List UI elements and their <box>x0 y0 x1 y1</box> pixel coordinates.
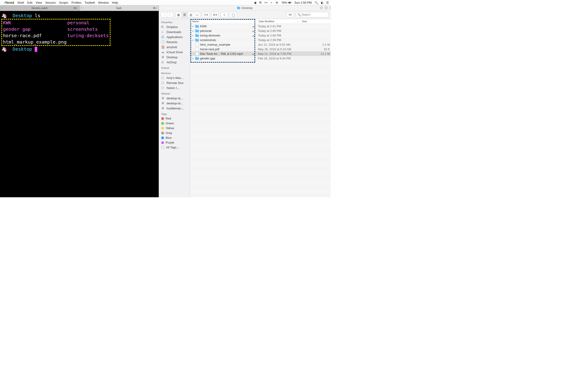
file-row[interactable]: html_markup_exampleJun 13, 2019 at 9:03 … <box>190 42 331 47</box>
share-button[interactable]: ⇪ <box>221 12 228 17</box>
svg-rect-14 <box>196 48 199 51</box>
sidebar-item-label: Green <box>166 122 174 125</box>
sidebar-hdr-devices: Devices <box>159 70 190 75</box>
iterm-tab-fsevent[interactable]: × fsevent_watch ⌘1 <box>0 5 79 11</box>
menu-window[interactable]: Window <box>98 1 109 4</box>
empty-row <box>190 125 331 129</box>
iterm-tab-bash[interactable]: × bash ⌘2 <box>79 5 159 11</box>
col-size[interactable]: Size <box>300 20 331 23</box>
svg-rect-12 <box>195 39 197 40</box>
folder-icon <box>195 24 199 28</box>
sidebar-item[interactable]: ▢Notion I… <box>159 85 190 90</box>
iterm-window: × fsevent_watch ⌘1 × bash ⌘2 🦄 Desktop l… <box>0 5 159 197</box>
menu-scripts[interactable]: Scripts <box>59 1 68 4</box>
status-dropbox-icon[interactable]: ⧉ <box>259 1 261 4</box>
traffic-lights[interactable] <box>320 6 331 9</box>
view-icons-button[interactable]: ▦ <box>175 12 182 17</box>
tag-dot-icon <box>161 127 164 130</box>
action-button[interactable]: ⚙▾ <box>211 12 219 17</box>
menu-shell[interactable]: Shell <box>17 1 24 4</box>
close-icon[interactable]: × <box>1 5 3 11</box>
menu-help[interactable]: Help <box>112 1 118 4</box>
sidebar-tag[interactable]: All Tags… <box>159 145 190 150</box>
sidebar-item-label: Notion I… <box>166 86 180 90</box>
menubar-app-name[interactable]: iTerm2 <box>5 1 14 4</box>
menu-session[interactable]: Session <box>45 1 56 4</box>
sidebar-item[interactable]: 🖥huddlemac… <box>159 106 190 111</box>
status-glasses-icon[interactable]: 👓 <box>264 1 268 4</box>
file-row[interactable]: ▸gender gapFeb 18, 2019 at 8:34 PM <box>190 56 331 60</box>
col-name[interactable]: Name <box>190 20 257 23</box>
file-row[interactable]: Dev Tools for…TML & CSS.mp4☁May 21, 2019… <box>190 51 331 56</box>
prompt-path: Desktop <box>13 46 32 52</box>
sidebar-tag[interactable]: Red <box>159 116 190 121</box>
forward-button[interactable]: 〉 <box>167 12 173 17</box>
sidebar-item[interactable]: ⒶApplications <box>159 34 190 40</box>
status-siri-icon[interactable]: ◐ <box>321 1 323 4</box>
sidebar-item[interactable]: ⤓Downloads <box>159 29 190 34</box>
sidebar-tag[interactable]: Green <box>159 121 190 126</box>
status-clock[interactable]: Sun 2:50 PM <box>294 1 312 4</box>
file-row[interactable]: ▸screenshotsToday at 2:39 PM <box>190 38 331 42</box>
empty-row <box>190 79 331 83</box>
finder-sidebar: Favorites ⧉Dropbox⤓DownloadsⒶApplication… <box>159 19 190 197</box>
status-spotlight-icon[interactable]: 🔍 <box>314 1 318 4</box>
finder-toolbar: 〈 〉 ▦ ☰ ▥ ▭ ☷▾ ⚙▾ ⇪ ◯ ⧉▾ 🔍 <box>159 10 331 19</box>
close-icon[interactable]: × <box>81 5 82 11</box>
sidebar-item[interactable]: ⧉Dropbox <box>159 24 190 29</box>
sidebar-item[interactable]: ▢Amy's Mac… <box>159 75 190 80</box>
search-input[interactable] <box>301 13 323 17</box>
sidebar-item-label: Purple <box>166 141 174 144</box>
sidebar-hdr-shared: Shared <box>159 90 190 96</box>
dropbox-button[interactable]: ⧉▾ <box>287 12 294 17</box>
sidebar-item[interactable]: ▢Remote Disc <box>159 80 190 85</box>
sidebar-item-label: Downloads <box>166 30 181 34</box>
sidebar-item[interactable]: 🖥desktop-4j… <box>159 96 190 101</box>
view-list-button[interactable]: ☰ <box>182 12 188 17</box>
view-gallery-button[interactable]: ▭ <box>194 12 200 17</box>
file-row[interactable]: ▸personal☁Today at 2:40 PM <box>190 28 331 33</box>
sidebar-item[interactable]: 🏠amyholt <box>159 44 190 50</box>
disclosure-icon[interactable]: ▸ <box>192 57 194 60</box>
view-columns-button[interactable]: ▥ <box>188 12 194 17</box>
sidebar-tag[interactable]: Blue <box>159 135 190 140</box>
menu-view[interactable]: View <box>36 1 42 4</box>
status-notification-icon[interactable]: ☰ <box>326 1 329 4</box>
sidebar-tag[interactable]: Gray <box>159 131 190 135</box>
sidebar-tag[interactable]: Yellow <box>159 126 190 131</box>
status-battery[interactable]: 78% <box>281 1 292 4</box>
sidebar-item[interactable]: 🖥Desktop <box>159 55 190 60</box>
empty-row <box>190 83 331 88</box>
status-wifi-icon[interactable] <box>275 1 279 4</box>
sidebar-item[interactable]: ◎AirDrop <box>159 60 190 65</box>
terminal-body[interactable]: 🦄 Desktop ls KWKpersonal gender gapscree… <box>0 11 159 52</box>
finder-search[interactable]: 🔍 <box>296 12 329 17</box>
file-name: horse-race.pdf <box>200 48 219 51</box>
sidebar-item[interactable]: 🕘Recents <box>159 40 190 44</box>
empty-row <box>190 129 331 134</box>
empty-row <box>190 184 331 189</box>
menu-toolbelt[interactable]: Toolbelt <box>85 1 95 4</box>
status-record-icon[interactable]: ◉ <box>254 1 257 4</box>
svg-rect-2 <box>288 2 291 3</box>
disclosure-icon[interactable]: ▸ <box>192 39 194 41</box>
sidebar-tag[interactable]: Purple <box>159 140 190 145</box>
back-button[interactable]: 〈 <box>161 12 167 17</box>
disclosure-icon[interactable]: ▸ <box>192 30 194 32</box>
arrange-button[interactable]: ☷▾ <box>202 12 209 17</box>
file-row[interactable]: horse-race.pdfMay 26, 2019 at 9:10 AM33 … <box>190 47 331 51</box>
file-name: Dev Tools for…TML & CSS.mp4 <box>200 52 243 56</box>
menu-edit[interactable]: Edit <box>27 1 32 4</box>
disclosure-icon[interactable]: ▸ <box>192 25 194 27</box>
file-row[interactable]: ▸turing-decksets☁Today at 2:40 PM <box>190 33 331 38</box>
col-date[interactable]: Date Modified⌄ <box>257 20 300 23</box>
file-row[interactable]: ▸KWK☁Today at 2:41 PM <box>190 24 331 28</box>
tags-button[interactable]: ◯ <box>230 12 237 17</box>
sidebar-item-label: iCloud Drive <box>166 50 183 54</box>
disclosure-icon[interactable]: ▸ <box>192 34 194 37</box>
empty-row <box>190 194 331 197</box>
sidebar-item[interactable]: ☁iCloud Drive <box>159 50 190 55</box>
status-bluetooth-icon[interactable]: ⌁ <box>271 1 272 4</box>
menu-profiles[interactable]: Profiles <box>71 1 81 4</box>
sidebar-item[interactable]: 🖥desktop-td… <box>159 101 190 106</box>
